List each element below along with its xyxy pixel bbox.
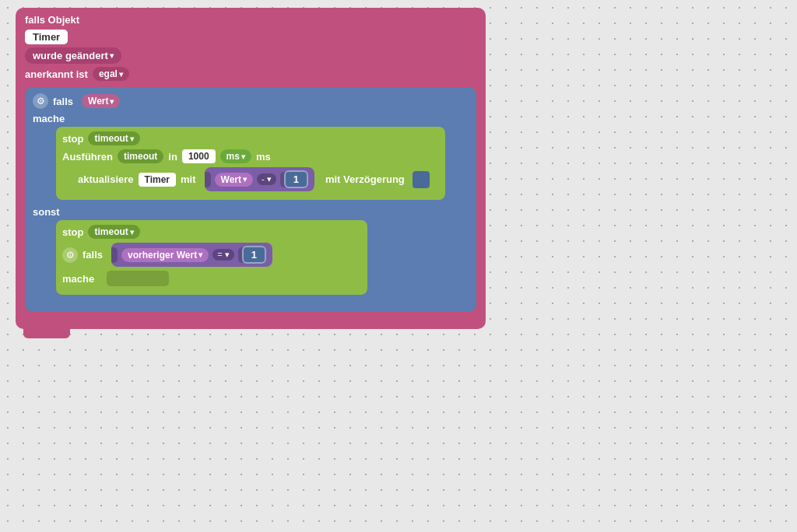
expression-block: Wert - ▾ 1	[205, 167, 314, 191]
aktualisiere-label: aktualisiere	[78, 173, 134, 185]
wert-dropdown-1[interactable]: Wert	[82, 94, 120, 108]
pink-bottom-spacer	[25, 312, 476, 320]
mit-label-1: mit	[181, 173, 196, 185]
wert-dropdown-2[interactable]: Wert	[215, 173, 253, 187]
value-1000[interactable]: 1000	[182, 149, 216, 163]
pink-outer-wrapper: falls Objekt Timer wurde geändert anerka…	[16, 8, 486, 329]
empty-slot	[107, 271, 169, 286]
blue-if-else-wrapper: ⚙ falls Wert mache stop timeout	[25, 87, 476, 312]
timer-block-2[interactable]: Timer	[139, 173, 176, 187]
puzzle-left	[205, 172, 211, 187]
if2-row: ⚙ falls vorheriger Wert = ▾ 1	[62, 243, 361, 267]
ausfuehren-row: Ausführen timeout in 1000 ms ms	[62, 149, 439, 163]
falls-label-1: falls	[53, 96, 73, 107]
mit-verzoegerung-label: mit Verzögerung	[325, 173, 405, 185]
stop-label-2: stop	[62, 226, 83, 238]
mache-label-1: mache	[33, 113, 65, 124]
if-wert-row: ⚙ falls Wert	[33, 93, 469, 109]
in-label: in	[168, 151, 177, 163]
timeout-label-inline: timeout	[118, 149, 163, 163]
falls-label-2: falls	[83, 249, 103, 261]
timeout-dropdown-2[interactable]: timeout	[88, 225, 139, 239]
spacer-bottom	[33, 295, 469, 304]
outer-container: falls Objekt Timer wurde geändert anerka…	[16, 8, 486, 338]
stop-timeout-row-1: stop timeout	[62, 131, 439, 145]
wurde-geandert-dropdown[interactable]: wurde geändert	[25, 47, 121, 64]
mache-row-2: mache	[62, 271, 361, 286]
expression-block-2: vorheriger Wert = ▾ 1	[111, 243, 272, 267]
timeout-dropdown-1[interactable]: timeout	[88, 131, 139, 145]
sonst-label: sonst	[33, 206, 60, 218]
anerkannt-row: anerkannt ist egal	[25, 67, 476, 81]
minus-op[interactable]: - ▾	[257, 173, 276, 185]
sonst-row: sonst	[33, 206, 469, 218]
egal-dropdown[interactable]: egal	[93, 67, 129, 81]
vorheriger-wert-dropdown[interactable]: vorheriger Wert	[121, 248, 209, 262]
value-1b-box[interactable]: 1	[242, 246, 266, 264]
stop-timeout-row-2: stop timeout	[62, 225, 361, 239]
aktualisiere-row: aktualisiere Timer mit Wert - ▾ 1	[78, 167, 439, 191]
falls-objekt-label: falls Objekt	[25, 14, 79, 26]
ms-label: ms	[256, 151, 271, 163]
ms-dropdown[interactable]: ms	[220, 149, 251, 163]
puzzle-left-2	[111, 247, 118, 263]
mache-label-2: mache	[62, 273, 94, 285]
wurde-geandert-row: wurde geändert	[25, 47, 476, 64]
stop-label-1: stop	[62, 133, 83, 145]
mache-row-1: mache	[33, 113, 469, 124]
ausfuehren-label: Ausführen	[62, 151, 113, 163]
timer-row: Timer	[25, 30, 476, 44]
pink-bottom-tab	[23, 327, 70, 338]
timer-block[interactable]: Timer	[25, 30, 68, 44]
verzoegerung-toggle[interactable]	[413, 171, 430, 188]
canvas: falls Objekt Timer wurde geändert anerka…	[16, 8, 486, 338]
gear-icon-2: ⚙	[62, 247, 78, 263]
equals-op[interactable]: = ▾	[212, 249, 233, 261]
olive-wrapper-2: stop timeout ⚙ falls vorheriger Wert = ▾	[56, 220, 367, 295]
anerkannt-label: anerkannt ist	[25, 68, 88, 80]
falls-objekt-row: falls Objekt	[25, 14, 476, 26]
gear-icon-1: ⚙	[33, 93, 48, 109]
value-1-box[interactable]: 1	[284, 170, 308, 188]
olive-wrapper-1: stop timeout Ausführen timeout in 1000 m…	[56, 127, 445, 200]
